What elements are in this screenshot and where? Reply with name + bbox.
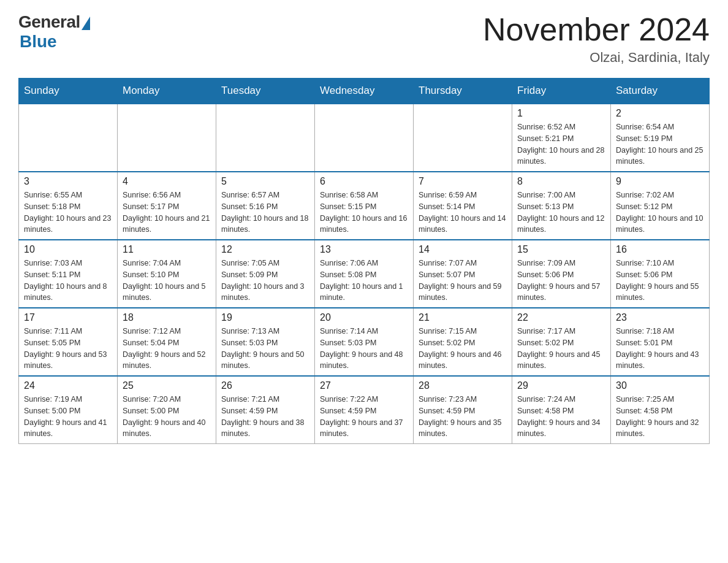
calendar-cell: 22Sunrise: 7:17 AMSunset: 5:02 PMDayligh… [512,308,611,376]
calendar-cell: 27Sunrise: 7:22 AMSunset: 4:59 PMDayligh… [315,376,414,444]
day-info: Sunrise: 7:17 AMSunset: 5:02 PMDaylight:… [517,326,605,372]
calendar-week-row: 3Sunrise: 6:55 AMSunset: 5:18 PMDaylight… [19,172,710,240]
day-info: Sunrise: 7:25 AMSunset: 4:58 PMDaylight:… [616,394,704,440]
calendar-cell [19,104,118,172]
day-number: 24 [24,380,112,391]
page-header: General Blue November 2024 Olzai, Sardin… [18,12,710,66]
calendar-cell: 23Sunrise: 7:18 AMSunset: 5:01 PMDayligh… [611,308,710,376]
day-info: Sunrise: 6:57 AMSunset: 5:16 PMDaylight:… [221,190,309,236]
calendar-cell: 11Sunrise: 7:04 AMSunset: 5:10 PMDayligh… [118,240,216,308]
day-number: 13 [320,244,408,255]
day-number: 7 [419,176,507,187]
day-info: Sunrise: 7:04 AMSunset: 5:10 PMDaylight:… [123,258,211,304]
day-number: 14 [419,244,507,255]
day-info: Sunrise: 7:15 AMSunset: 5:02 PMDaylight:… [419,326,507,372]
day-of-week-header: Thursday [414,79,512,104]
day-number: 19 [221,312,309,323]
calendar-cell: 18Sunrise: 7:12 AMSunset: 5:04 PMDayligh… [118,308,216,376]
calendar-cell: 20Sunrise: 7:14 AMSunset: 5:03 PMDayligh… [315,308,414,376]
day-number: 1 [517,108,605,119]
day-info: Sunrise: 6:59 AMSunset: 5:14 PMDaylight:… [419,190,507,236]
day-info: Sunrise: 6:54 AMSunset: 5:19 PMDaylight:… [616,121,704,167]
day-info: Sunrise: 7:12 AMSunset: 5:04 PMDaylight:… [123,326,211,372]
calendar-cell [414,104,512,172]
calendar-cell: 3Sunrise: 6:55 AMSunset: 5:18 PMDaylight… [19,172,118,240]
calendar-cell: 16Sunrise: 7:10 AMSunset: 5:06 PMDayligh… [611,240,710,308]
logo-triangle-icon [82,17,90,30]
day-number: 17 [24,312,112,323]
title-area: November 2024 Olzai, Sardinia, Italy [483,12,710,66]
calendar-cell [315,104,414,172]
month-year-title: November 2024 [483,12,710,47]
day-info: Sunrise: 7:14 AMSunset: 5:03 PMDaylight:… [320,326,408,372]
calendar-cell: 6Sunrise: 6:58 AMSunset: 5:15 PMDaylight… [315,172,414,240]
day-of-week-header: Friday [512,79,611,104]
day-of-week-header: Saturday [611,79,710,104]
day-info: Sunrise: 7:00 AMSunset: 5:13 PMDaylight:… [517,190,605,236]
day-number: 23 [616,312,704,323]
day-info: Sunrise: 7:03 AMSunset: 5:11 PMDaylight:… [24,258,112,304]
calendar-table: SundayMondayTuesdayWednesdayThursdayFrid… [18,78,710,444]
calendar-cell [118,104,216,172]
day-info: Sunrise: 6:55 AMSunset: 5:18 PMDaylight:… [24,190,112,236]
day-info: Sunrise: 7:19 AMSunset: 5:00 PMDaylight:… [24,394,112,440]
day-of-week-header: Monday [118,79,216,104]
calendar-header-row: SundayMondayTuesdayWednesdayThursdayFrid… [19,79,710,104]
day-number: 21 [419,312,507,323]
day-number: 9 [616,176,704,187]
calendar-week-row: 1Sunrise: 6:52 AMSunset: 5:21 PMDaylight… [19,104,710,172]
day-of-week-header: Sunday [19,79,118,104]
day-of-week-header: Wednesday [315,79,414,104]
calendar-week-row: 17Sunrise: 7:11 AMSunset: 5:05 PMDayligh… [19,308,710,376]
calendar-cell: 8Sunrise: 7:00 AMSunset: 5:13 PMDaylight… [512,172,611,240]
day-number: 22 [517,312,605,323]
day-info: Sunrise: 7:21 AMSunset: 4:59 PMDaylight:… [221,394,309,440]
day-number: 2 [616,108,704,119]
day-number: 11 [123,244,211,255]
calendar-cell: 28Sunrise: 7:23 AMSunset: 4:59 PMDayligh… [414,376,512,444]
location-subtitle: Olzai, Sardinia, Italy [483,50,710,66]
day-info: Sunrise: 6:56 AMSunset: 5:17 PMDaylight:… [123,190,211,236]
day-info: Sunrise: 7:22 AMSunset: 4:59 PMDaylight:… [320,394,408,440]
day-info: Sunrise: 7:05 AMSunset: 5:09 PMDaylight:… [221,258,309,304]
day-info: Sunrise: 7:09 AMSunset: 5:06 PMDaylight:… [517,258,605,304]
day-info: Sunrise: 7:11 AMSunset: 5:05 PMDaylight:… [24,326,112,372]
day-number: 12 [221,244,309,255]
day-info: Sunrise: 7:06 AMSunset: 5:08 PMDaylight:… [320,258,408,304]
day-info: Sunrise: 7:23 AMSunset: 4:59 PMDaylight:… [419,394,507,440]
calendar-cell: 10Sunrise: 7:03 AMSunset: 5:11 PMDayligh… [19,240,118,308]
day-number: 29 [517,380,605,391]
calendar-cell [216,104,315,172]
calendar-cell: 15Sunrise: 7:09 AMSunset: 5:06 PMDayligh… [512,240,611,308]
day-info: Sunrise: 7:07 AMSunset: 5:07 PMDaylight:… [419,258,507,304]
logo-blue-text: Blue [20,32,57,52]
day-number: 26 [221,380,309,391]
day-number: 4 [123,176,211,187]
logo: General Blue [18,12,90,52]
calendar-cell: 17Sunrise: 7:11 AMSunset: 5:05 PMDayligh… [19,308,118,376]
day-number: 30 [616,380,704,391]
day-info: Sunrise: 6:52 AMSunset: 5:21 PMDaylight:… [517,121,605,167]
day-number: 16 [616,244,704,255]
calendar-week-row: 24Sunrise: 7:19 AMSunset: 5:00 PMDayligh… [19,376,710,444]
calendar-cell: 29Sunrise: 7:24 AMSunset: 4:58 PMDayligh… [512,376,611,444]
calendar-week-row: 10Sunrise: 7:03 AMSunset: 5:11 PMDayligh… [19,240,710,308]
calendar-cell: 19Sunrise: 7:13 AMSunset: 5:03 PMDayligh… [216,308,315,376]
calendar-cell: 7Sunrise: 6:59 AMSunset: 5:14 PMDaylight… [414,172,512,240]
day-of-week-header: Tuesday [216,79,315,104]
calendar-cell: 30Sunrise: 7:25 AMSunset: 4:58 PMDayligh… [611,376,710,444]
day-info: Sunrise: 7:13 AMSunset: 5:03 PMDaylight:… [221,326,309,372]
day-info: Sunrise: 7:18 AMSunset: 5:01 PMDaylight:… [616,326,704,372]
day-info: Sunrise: 7:10 AMSunset: 5:06 PMDaylight:… [616,258,704,304]
day-number: 18 [123,312,211,323]
day-number: 28 [419,380,507,391]
calendar-cell: 25Sunrise: 7:20 AMSunset: 5:00 PMDayligh… [118,376,216,444]
day-number: 15 [517,244,605,255]
calendar-cell: 26Sunrise: 7:21 AMSunset: 4:59 PMDayligh… [216,376,315,444]
day-number: 8 [517,176,605,187]
day-number: 27 [320,380,408,391]
calendar-cell: 24Sunrise: 7:19 AMSunset: 5:00 PMDayligh… [19,376,118,444]
calendar-cell: 9Sunrise: 7:02 AMSunset: 5:12 PMDaylight… [611,172,710,240]
day-number: 3 [24,176,112,187]
calendar-cell: 1Sunrise: 6:52 AMSunset: 5:21 PMDaylight… [512,104,611,172]
